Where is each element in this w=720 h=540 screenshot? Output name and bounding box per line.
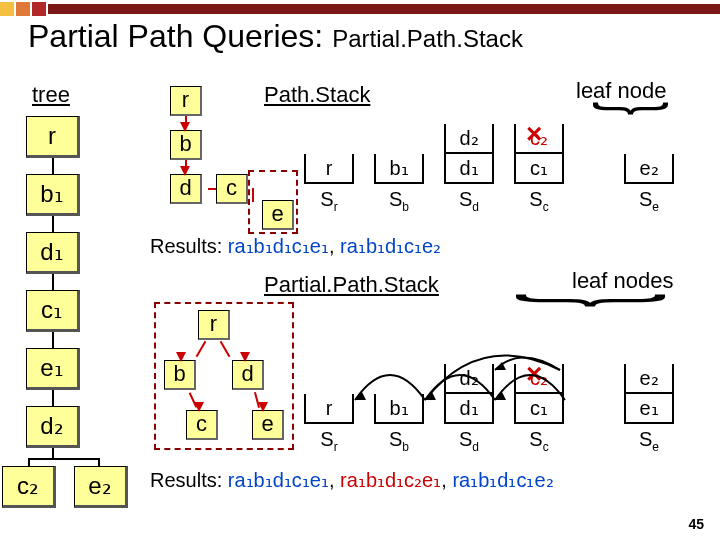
top-decoration: [0, 0, 720, 18]
tree-r: r: [26, 116, 80, 158]
s2-e2: e₂: [624, 364, 674, 394]
s1-r: r: [304, 154, 354, 184]
s1-d1: d₁: [444, 154, 494, 184]
tree-c1: c₁: [26, 290, 80, 332]
s1-b: b₁: [374, 154, 424, 184]
q1-d: d: [170, 174, 202, 204]
q1-b: b: [170, 130, 202, 160]
title-sub: Partial.Path.Stack: [332, 25, 523, 52]
s1-d2: d₂: [444, 124, 494, 154]
cross-1: ×: [526, 118, 542, 150]
results-1: Results: ra₁b₁d₁c₁e₁, ra₁b₁d₁c₁e₂: [150, 234, 441, 258]
s2-r: r: [304, 394, 354, 424]
pathstack-label: Path.Stack: [264, 82, 370, 108]
leafnodes-label: leaf nodes: [572, 268, 674, 294]
s2-dn: Sd: [444, 428, 494, 454]
brace-2: }: [513, 294, 693, 307]
s2-rn: Sr: [304, 428, 354, 454]
s1-c1: c₁: [514, 154, 564, 184]
tree-header: tree: [32, 82, 70, 108]
svg-marker-0: [355, 392, 366, 400]
tree-d1: d₁: [26, 232, 80, 274]
svg-marker-1: [425, 392, 436, 400]
s2-e1: e₁: [624, 394, 674, 424]
slide-number: 45: [688, 516, 704, 532]
tree-b1: b₁: [26, 174, 80, 216]
s1-dn: Sd: [444, 188, 494, 214]
s2-d2: d₂: [444, 364, 494, 394]
s1-rn: Sr: [304, 188, 354, 214]
svg-marker-2: [495, 392, 506, 400]
s2-b: b₁: [374, 394, 424, 424]
title-main: Partial Path Queries:: [28, 18, 332, 54]
s2-bn: Sb: [374, 428, 424, 454]
s1-en: Se: [624, 188, 674, 214]
s1-cn: Sc: [514, 188, 564, 214]
q1-r: r: [170, 86, 202, 116]
partialpathstack-label: Partial.Path.Stack: [264, 272, 439, 298]
q1-c: c: [216, 174, 248, 204]
slide-title: Partial Path Queries: Partial.Path.Stack: [28, 18, 523, 55]
tree-e1: e₁: [26, 348, 80, 390]
leafnode-label-1: leaf node: [576, 78, 667, 104]
brace-1: }: [592, 102, 682, 115]
s1-bn: Sb: [374, 188, 424, 214]
s2-d1: d₁: [444, 394, 494, 424]
s1-e: e₂: [624, 154, 674, 184]
results-2: Results: ra₁b₁d₁c₁e₁, ra₁b₁d₁c₂e₁, ra₁b₁…: [150, 468, 554, 492]
s2-en: Se: [624, 428, 674, 454]
tree-d2: d₂: [26, 406, 80, 448]
tree-c2: c₂: [2, 466, 56, 508]
s2-c1: c₁: [514, 394, 564, 424]
svg-marker-3: [495, 362, 506, 370]
s2-cn: Sc: [514, 428, 564, 454]
cross-2: ×: [526, 358, 542, 390]
tree-e2: e₂: [74, 466, 128, 508]
